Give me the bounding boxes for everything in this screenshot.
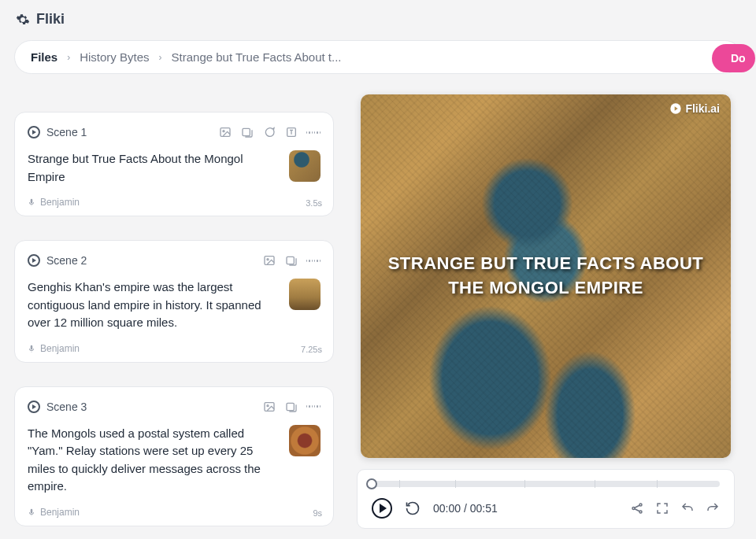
- brand-text: Fliki: [36, 11, 65, 28]
- chevron-right-icon: ›: [159, 52, 162, 63]
- redo-icon[interactable]: [706, 501, 720, 515]
- svg-point-13: [639, 511, 642, 513]
- download-label: Do: [731, 52, 746, 65]
- scenes-list: Scene 1 Strange but True Facts About the…: [14, 83, 334, 529]
- download-button[interactable]: Do: [712, 44, 755, 72]
- scene-card[interactable]: Scene 1 Strange but True Facts About the…: [14, 112, 334, 216]
- voice-name: Benjamin: [40, 507, 80, 518]
- drag-handle-icon[interactable]: [306, 125, 321, 139]
- player-controls: 00:00 / 00:51: [357, 469, 735, 529]
- gallery-icon[interactable]: [284, 253, 298, 268]
- breadcrumb: Files › History Bytes › Strange but True…: [14, 40, 742, 74]
- play-button[interactable]: [372, 498, 392, 519]
- comment-icon[interactable]: [262, 125, 276, 139]
- scene-thumbnail[interactable]: [289, 150, 321, 182]
- scene-card[interactable]: Scene 3 The Mongols used a postal system…: [14, 386, 334, 526]
- undo-icon[interactable]: [680, 501, 695, 515]
- preview-panel: Fliki.ai STRANGE BUT TRUE FACTS ABOUT TH…: [350, 83, 756, 529]
- voice-indicator[interactable]: Benjamin: [28, 197, 321, 208]
- svg-point-12: [639, 504, 642, 506]
- scene-duration: 7.25s: [301, 345, 322, 354]
- svg-point-11: [632, 508, 635, 510]
- breadcrumb-folder[interactable]: History Bytes: [80, 50, 149, 64]
- scene-thumbnail[interactable]: [289, 425, 321, 456]
- image-icon[interactable]: [218, 125, 232, 139]
- video-preview[interactable]: Fliki.ai STRANGE BUT TRUE FACTS ABOUT TH…: [361, 94, 731, 458]
- scene-label: Scene 2: [46, 254, 87, 267]
- play-scene-icon[interactable]: [28, 401, 40, 413]
- scene-card[interactable]: Scene 2 Genghis Khan's empire was the la…: [14, 240, 334, 363]
- share-icon[interactable]: [630, 501, 644, 515]
- gear-icon: [16, 13, 30, 27]
- fullscreen-icon[interactable]: [655, 501, 669, 515]
- play-scene-icon[interactable]: [28, 254, 40, 267]
- replay-icon[interactable]: [405, 500, 421, 516]
- watermark: Fliki.ai: [669, 102, 720, 115]
- drag-handle-icon[interactable]: [306, 253, 321, 268]
- svg-point-5: [267, 259, 269, 260]
- drag-handle-icon[interactable]: [306, 400, 321, 414]
- svg-rect-2: [243, 128, 250, 135]
- breadcrumb-current[interactable]: Strange but True Facts About t...: [172, 50, 342, 64]
- scene-text[interactable]: The Mongols used a postal system called …: [28, 425, 278, 496]
- svg-point-1: [223, 131, 224, 132]
- scene-label: Scene 1: [46, 126, 87, 138]
- svg-point-8: [267, 404, 269, 406]
- gallery-icon[interactable]: [240, 125, 254, 139]
- playhead[interactable]: [366, 478, 377, 489]
- voice-indicator[interactable]: Benjamin: [28, 343, 321, 354]
- voice-name: Benjamin: [40, 343, 80, 354]
- scene-text[interactable]: Strange but True Facts About the Mongol …: [28, 150, 278, 186]
- play-scene-icon[interactable]: [28, 126, 40, 138]
- app-header: Fliki: [0, 0, 756, 35]
- scene-label: Scene 3: [46, 401, 87, 413]
- video-title-overlay: STRANGE BUT TRUE FACTS ABOUT THE MONGOL …: [380, 252, 713, 301]
- svg-rect-6: [287, 257, 294, 264]
- scene-text[interactable]: Genghis Khan's empire was the largest co…: [28, 279, 278, 332]
- scene-duration: 3.5s: [306, 198, 322, 208]
- svg-rect-9: [287, 403, 294, 410]
- timecode: 00:00 / 00:51: [433, 502, 498, 515]
- scene-thumbnail[interactable]: [289, 279, 321, 310]
- voice-indicator[interactable]: Benjamin: [28, 507, 321, 518]
- timeline[interactable]: [372, 481, 720, 487]
- chevron-right-icon: ›: [67, 52, 70, 63]
- image-icon[interactable]: [262, 400, 276, 414]
- breadcrumb-files[interactable]: Files: [31, 50, 57, 64]
- gallery-icon[interactable]: [284, 400, 298, 414]
- voice-name: Benjamin: [40, 197, 80, 208]
- text-style-icon[interactable]: [284, 125, 298, 139]
- image-icon[interactable]: [262, 253, 276, 268]
- scene-duration: 9s: [313, 508, 322, 518]
